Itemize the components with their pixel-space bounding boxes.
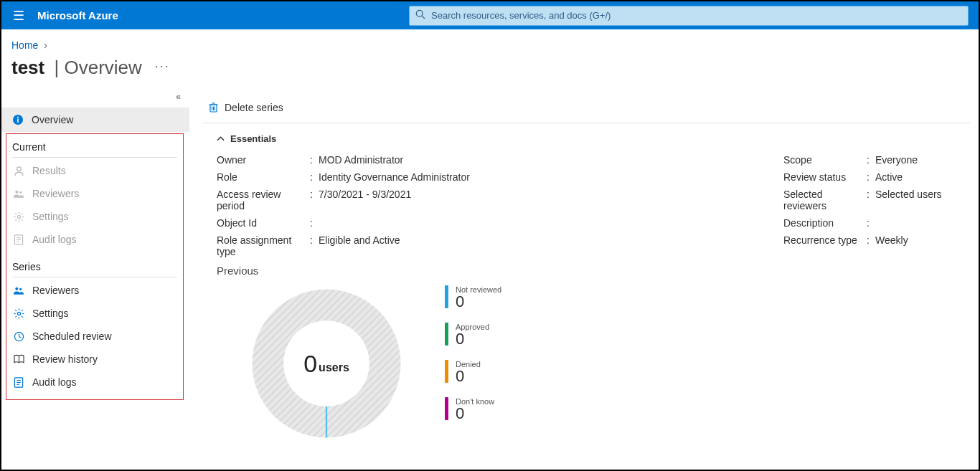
donut-unit: users [319, 361, 349, 374]
chart-area: 0 users Not reviewed0Approved0Denied0Don… [217, 281, 970, 446]
sidebar-item-label: Reviewers [32, 285, 79, 296]
essentials-label: Essentials [230, 133, 276, 144]
sidebar-item-overview[interactable]: Overview [1, 108, 189, 132]
page-title-row: test | Overview ··· [1, 52, 979, 92]
legend-color-bar [445, 360, 448, 383]
kv-value: Everyone [875, 154, 918, 166]
essentials: Essentials Owner:MOD Administrator Role:… [202, 123, 970, 452]
collapse-sidebar-icon[interactable]: « [176, 92, 181, 102]
kv-key: Recurrence type [783, 234, 867, 246]
book-icon [12, 354, 25, 364]
sidebar-item-review-history[interactable]: Review history [6, 348, 183, 371]
page-title-section-label: Overview [64, 57, 141, 78]
svg-point-6 [15, 190, 18, 193]
command-bar: Delete series [202, 92, 970, 123]
sidebar-item-scheduled-review[interactable]: Scheduled review [6, 325, 183, 348]
kv-value: 7/30/2021 - 9/3/2021 [319, 189, 411, 211]
legend-text: Not reviewed0 [456, 285, 501, 310]
svg-point-0 [416, 10, 423, 16]
essentials-right-col: Scope:Everyone Review status:Active Sele… [783, 151, 970, 260]
topbar: ☰ Microsoft Azure [1, 1, 979, 29]
svg-line-28 [15, 310, 17, 311]
global-search[interactable] [409, 6, 969, 26]
sidebar-item-label: Overview [32, 114, 73, 125]
info-icon [11, 114, 24, 125]
kv-key: Owner [217, 154, 310, 166]
svg-line-16 [15, 219, 17, 220]
breadcrumb-home[interactable]: Home [11, 39, 38, 51]
search-icon [415, 9, 425, 22]
legend-value: 0 [456, 368, 481, 384]
sidebar-item-auditlogs[interactable]: Audit logs [6, 228, 183, 251]
legend-item: Not reviewed0 [445, 285, 501, 310]
breadcrumb-separator-icon: › [44, 39, 47, 51]
legend-value: 0 [456, 406, 494, 422]
trash-icon [208, 102, 219, 113]
svg-line-34 [19, 336, 21, 337]
kv-period: Access review period:7/30/2021 - 9/3/202… [217, 186, 783, 214]
people-icon [12, 285, 25, 296]
kv-key: Role assignment type [217, 234, 310, 257]
essentials-toggle[interactable]: Essentials [217, 133, 970, 144]
svg-line-13 [15, 213, 17, 214]
kv-key: Review status [783, 171, 867, 183]
body: « Overview Current Results Reviewers [1, 92, 979, 469]
sidebar-group-series: Series [6, 258, 183, 277]
global-search-input[interactable] [431, 10, 962, 21]
sidebar-item-label: Results [32, 165, 66, 176]
svg-point-5 [17, 166, 21, 171]
person-icon [12, 166, 25, 176]
kv-key: Description [783, 217, 867, 229]
kv-status: Review status:Active [783, 168, 970, 186]
legend-text: Denied0 [456, 360, 481, 384]
legend-text: Approved0 [456, 323, 489, 347]
sidebar-item-label: Review history [32, 353, 98, 365]
sidebar-highlight-box: Current Results Reviewers Settings [6, 133, 184, 400]
legend-color-bar [445, 285, 448, 308]
kv-key: Access review period [217, 189, 310, 211]
kv-owner: Owner:MOD Administrator [217, 151, 783, 168]
delete-series-button[interactable]: Delete series [202, 96, 289, 119]
gear-icon [12, 211, 25, 222]
divider [12, 277, 177, 277]
kv-description: Description: [783, 214, 970, 232]
sidebar-item-label: Audit logs [32, 234, 76, 245]
sidebar-item-label: Reviewers [32, 188, 79, 199]
legend-text: Don't know0 [456, 397, 494, 422]
page-title-section: | Overview [49, 57, 142, 79]
hamburger-menu-icon[interactable]: ☰ [1, 8, 36, 24]
kv-value: Eligible and Active [319, 234, 400, 257]
sidebar-item-results[interactable]: Results [6, 159, 183, 182]
svg-point-21 [15, 287, 18, 290]
svg-point-22 [19, 287, 22, 290]
sidebar-group-current: Current [6, 138, 183, 157]
sidebar-item-series-auditlogs[interactable]: Audit logs [6, 371, 183, 394]
sidebar-item-series-reviewers[interactable]: Reviewers [6, 279, 183, 302]
more-actions-button[interactable]: ··· [155, 59, 170, 74]
kv-selected-reviewers: Selected reviewers:Selected users [783, 186, 970, 214]
clock-icon [12, 331, 25, 342]
svg-line-14 [21, 219, 22, 220]
legend-value: 0 [456, 331, 489, 347]
svg-point-23 [17, 312, 20, 315]
svg-line-29 [21, 315, 22, 317]
svg-line-15 [21, 213, 22, 214]
kv-ratype: Role assignment type:Eligible and Active [217, 232, 783, 260]
kv-key: Object Id [217, 217, 310, 229]
previous-label: Previous [217, 260, 970, 281]
svg-rect-3 [17, 119, 19, 123]
donut-chart: 0 users [244, 281, 409, 446]
sidebar-item-series-settings[interactable]: Settings [6, 302, 183, 325]
breadcrumb: Home › [1, 29, 979, 52]
svg-point-8 [17, 215, 20, 218]
sidebar-item-settings[interactable]: Settings [6, 205, 183, 228]
sidebar-item-label: Settings [32, 308, 69, 319]
sidebar-item-label: Settings [32, 211, 69, 222]
log-icon [12, 234, 25, 245]
svg-line-30 [21, 310, 22, 311]
legend-item: Approved0 [445, 323, 501, 347]
divider [12, 157, 177, 158]
kv-value: Identity Governance Administrator [319, 171, 470, 183]
sidebar-item-reviewers[interactable]: Reviewers [6, 182, 183, 205]
sidebar-item-label: Scheduled review [32, 330, 112, 342]
